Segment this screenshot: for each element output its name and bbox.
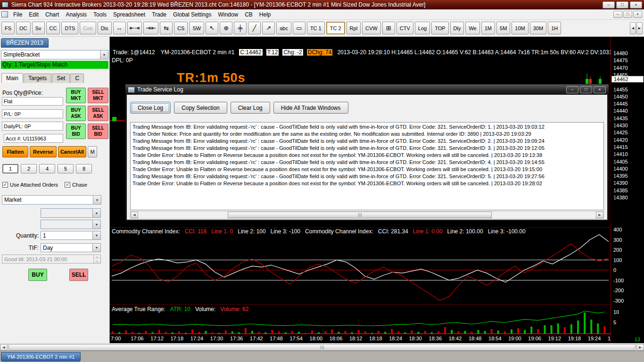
clear-log-button[interactable]: Clear Log xyxy=(231,102,270,114)
titlebar[interactable]: Sierra Chart 924 Interactive Brokers 201… xyxy=(0,0,644,9)
buy-button[interactable]: BUY xyxy=(28,269,47,281)
chevron-down-icon[interactable]: ▼ xyxy=(92,244,100,252)
hscroll-right-icon[interactable]: ▶ xyxy=(636,344,644,351)
chevron-down-icon[interactable]: ▼ xyxy=(92,231,100,239)
close-button[interactable]: × xyxy=(630,1,642,8)
menu-chart[interactable]: Chart xyxy=(42,10,62,19)
chevron-down-icon[interactable]: ▼ xyxy=(100,50,108,59)
toolbar-expand-spacing-icon[interactable]: ⇤⇥ xyxy=(127,22,142,34)
toolbar-we-button[interactable]: We xyxy=(465,22,479,34)
toolbar-30m-button[interactable]: 30M xyxy=(530,22,546,34)
copy-selection-button[interactable]: Copy Selection xyxy=(174,102,227,114)
menu-global-settings[interactable]: Global Settings xyxy=(170,10,215,19)
quantity-dropdown[interactable]: 1 ▼ xyxy=(41,231,101,240)
dialog-titlebar[interactable]: Trade Service Log – □ × xyxy=(125,84,609,95)
toolbar-cvw-button[interactable]: CVW xyxy=(362,22,381,34)
toolbar-oc-button[interactable]: OC xyxy=(16,22,31,34)
toolbar-sw-button[interactable]: SW xyxy=(189,22,204,34)
time-axis[interactable]: 7:0017:0617:1217:1817:2417:3017:3617:421… xyxy=(110,336,611,343)
checkbox-chase[interactable]: ✓Chase xyxy=(65,182,87,188)
tab-set[interactable]: Set xyxy=(52,74,70,83)
sell-button[interactable]: SELL xyxy=(69,269,88,281)
toolbar-scroll-left-icon[interactable]: ◀ xyxy=(630,22,636,34)
scroll-track[interactable] xyxy=(138,212,596,218)
toolbar-5m-button[interactable]: 5M xyxy=(496,22,510,34)
log-area[interactable]: Trading Message from IB: Error validatin… xyxy=(130,122,604,210)
qty-preset-8[interactable]: 8 xyxy=(76,164,92,173)
hide-all-trade-windows-button[interactable]: Hide All Trade Windows xyxy=(273,102,348,114)
sell-bid-button[interactable]: SELL BID xyxy=(88,123,108,139)
qty-preset-4[interactable]: 4 xyxy=(39,164,55,173)
hscroll-thumb[interactable] xyxy=(8,344,636,351)
buy-ask-button[interactable]: BUY ASK xyxy=(66,106,86,121)
toolbar-1m-button[interactable]: 1M xyxy=(481,22,495,34)
toolbar-tc2-button[interactable]: TC 2 xyxy=(326,22,345,34)
chart-hscrollbar[interactable]: ◀ ▶ xyxy=(0,343,644,351)
cancel-all-button[interactable]: CancelAll xyxy=(58,146,86,157)
tif-dropdown[interactable]: Day ▼ xyxy=(41,243,101,252)
sell-mkt-button[interactable]: SELL MKT xyxy=(88,88,108,103)
mdi-restore-button[interactable]: □ xyxy=(623,11,632,18)
qty-preset-2[interactable]: 2 xyxy=(21,164,37,173)
tab-main[interactable]: Main xyxy=(1,73,23,82)
toolbar-text-tool-button[interactable]: abc xyxy=(276,22,291,34)
qty-preset-1[interactable]: 1 xyxy=(2,164,18,173)
dialog-maximize-button[interactable]: □ xyxy=(580,86,592,93)
toolbar-overflow-scroll[interactable]: ◀ ▶ xyxy=(630,22,643,34)
hscroll-left-icon[interactable]: ◀ xyxy=(0,344,8,351)
toolbar-sv-button[interactable]: Sv xyxy=(32,22,45,34)
toolbar-scale-range-icon[interactable]: ↔ xyxy=(113,22,126,34)
m-button[interactable]: M xyxy=(88,146,97,157)
toolbar-rectangle-icon[interactable]: ▭ xyxy=(293,22,305,34)
menu-tools[interactable]: Tools xyxy=(90,10,110,19)
buy-mkt-button[interactable]: BUY MKT xyxy=(66,88,86,103)
menu-spreadsheet[interactable]: Spreadsheet xyxy=(110,10,149,19)
toolbar-ctv-button[interactable]: CTV xyxy=(396,22,413,34)
toolbar-scroll-right-icon[interactable]: ▶ xyxy=(636,22,643,34)
toolbar-log-button[interactable]: Log xyxy=(415,22,430,34)
scroll-right-icon[interactable]: ▶ xyxy=(596,212,603,218)
toolbar-1h-button[interactable]: 1H xyxy=(548,22,561,34)
menu-window[interactable]: Window xyxy=(215,10,241,19)
toolbar-crosshair-icon[interactable]: ⊕ xyxy=(220,22,232,34)
maximize-button[interactable]: □ xyxy=(616,1,628,8)
order-type-dropdown[interactable]: Market ▼ xyxy=(2,195,101,205)
toolbar-crosshair-lines-icon[interactable]: ╪ xyxy=(234,22,247,34)
toolbar-shift-bars-icon[interactable]: ⇆ xyxy=(160,22,173,34)
tab-c[interactable]: C xyxy=(70,74,84,83)
tab-targets[interactable]: Targets xyxy=(24,74,51,83)
menu-trade[interactable]: Trade xyxy=(149,10,170,19)
toolbar-dis-button[interactable]: Dis xyxy=(98,22,112,34)
scroll-left-icon[interactable]: ◀ xyxy=(131,212,138,218)
buy-bid-button[interactable]: BUY BID xyxy=(66,123,86,139)
scroll-thumb[interactable] xyxy=(228,212,492,218)
dialog-close-button[interactable]: × xyxy=(594,86,606,93)
toolbar-top-button[interactable]: TOP xyxy=(431,22,448,34)
menu-edit[interactable]: Edit xyxy=(25,10,42,19)
checkbox-use-attached-orders[interactable]: ✓Use Attached Orders xyxy=(2,182,58,188)
toolbar-fs-button[interactable]: FS xyxy=(1,22,15,34)
chart-window-tab[interactable]: YM-201306-ECBOT 2 min #1 xyxy=(1,352,81,362)
toolbar-grid-plus-icon[interactable]: ⊞ xyxy=(382,22,395,34)
menu-help[interactable]: Help xyxy=(256,10,274,19)
toolbar-ray-icon[interactable]: ↗ xyxy=(262,22,275,34)
reverse-button[interactable]: Reverse xyxy=(30,146,57,157)
toolbar-tc1-button[interactable]: TC 1 xyxy=(307,22,325,34)
toolbar-dts-button[interactable]: DTS xyxy=(61,22,78,34)
toolbar-rpl-button[interactable]: Rpl xyxy=(347,22,361,34)
strategy-dropdown[interactable]: SimpleBracket ▼ xyxy=(1,50,108,59)
chevron-down-icon[interactable]: ▼ xyxy=(93,196,101,204)
menu-file[interactable]: File xyxy=(10,10,25,19)
qty-preset-5[interactable]: 5 xyxy=(58,164,74,173)
log-hscrollbar[interactable]: ◀ ▶ xyxy=(130,211,604,219)
sell-ask-button[interactable]: SELL ASK xyxy=(88,106,108,121)
mdi-close-button[interactable]: × xyxy=(633,11,642,18)
menu-analysis[interactable]: Analysis xyxy=(62,10,90,19)
pos-qty-value[interactable]: Flat xyxy=(2,97,63,106)
toolbar-trendline-icon[interactable]: ╱ xyxy=(248,22,261,34)
close-log-button[interactable]: Close Log xyxy=(130,102,171,114)
menu-cb[interactable]: CB xyxy=(241,10,256,19)
mdi-minimize-button[interactable]: – xyxy=(613,11,622,18)
toolbar-10m-button[interactable]: 10M xyxy=(512,22,528,34)
toolbar-pointer-icon[interactable]: ↖ xyxy=(206,22,218,34)
